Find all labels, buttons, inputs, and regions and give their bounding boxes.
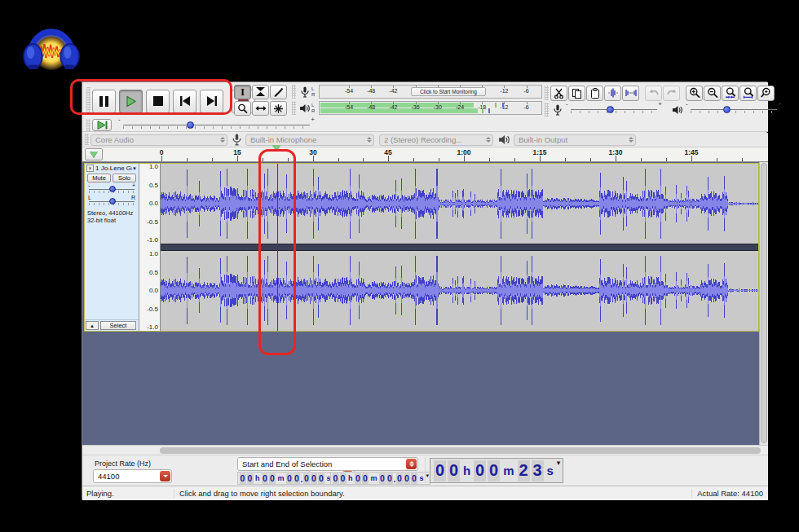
track-menu-arrow-icon[interactable]: ▼ <box>132 166 137 171</box>
undo-button[interactable] <box>645 86 662 101</box>
horizontal-scrollbar[interactable] <box>82 445 768 455</box>
horizontal-scrollbar-thumb[interactable] <box>160 447 761 454</box>
toolbar-grip[interactable] <box>545 86 549 100</box>
time-digit[interactable]: 0 <box>488 460 500 481</box>
toolbar-grip[interactable] <box>545 103 549 117</box>
zoom-in-button[interactable] <box>686 86 703 101</box>
skip-to-end-button[interactable] <box>200 90 223 113</box>
multi-tool-button[interactable] <box>270 101 287 116</box>
time-digit[interactable]: 0 <box>294 473 300 484</box>
pan-thumb[interactable] <box>109 198 116 204</box>
pause-button[interactable] <box>92 90 116 113</box>
time-digit[interactable]: 0 <box>355 473 361 484</box>
waveform-channel-2[interactable] <box>161 251 758 330</box>
project-rate-select[interactable]: 44100 <box>93 469 172 483</box>
recording-volume-thumb[interactable] <box>607 106 614 113</box>
time-digit[interactable]: 3 <box>532 460 544 481</box>
time-digit[interactable]: 0 <box>240 473 246 484</box>
channel-divider[interactable] <box>161 244 758 251</box>
selection-mode-select[interactable]: Start and End of Selection <box>237 457 418 471</box>
redo-button[interactable] <box>663 86 680 101</box>
toolbar-grip[interactable] <box>86 119 90 131</box>
zoom-tool-button[interactable] <box>234 101 251 116</box>
audio-position-display[interactable]: 00h00m23s▾ <box>430 458 563 483</box>
dropdown-caret-icon[interactable]: ▾ <box>426 473 430 479</box>
track-canvas[interactable]: × 1 Jo-Lene Ga ▼ Mute Solo - + L <box>82 162 768 445</box>
copy-button[interactable] <box>568 86 585 101</box>
microphone-icon[interactable] <box>298 86 311 98</box>
time-digit[interactable]: 0 <box>434 460 446 481</box>
toolbar-grip[interactable] <box>292 101 296 115</box>
time-digit[interactable]: 0 <box>404 473 410 484</box>
playback-volume-slider[interactable]: - + <box>684 103 784 116</box>
recording-meter[interactable]: -54-48-42-36-30-24-18-12-60 Click to Sta… <box>319 85 542 99</box>
audio-host-select[interactable]: Core Audio <box>90 134 227 146</box>
playback-device-select[interactable]: Built-in Output <box>514 134 636 146</box>
time-digit[interactable]: 0 <box>474 460 486 481</box>
vertical-scrollbar-thumb[interactable] <box>761 163 767 443</box>
toolbar-grip[interactable] <box>86 87 90 115</box>
trim-audio-button[interactable] <box>604 86 621 101</box>
draw-tool-button[interactable] <box>270 85 287 99</box>
gain-thumb[interactable] <box>109 186 116 192</box>
toolbar-grip[interactable] <box>85 134 89 145</box>
time-digit[interactable]: 0 <box>303 473 310 484</box>
speaker-icon[interactable] <box>298 103 311 113</box>
recording-channels-select[interactable]: 2 (Stereo) Recording... <box>379 134 493 146</box>
recording-device-select[interactable]: Built-in Microphone <box>245 134 374 146</box>
playback-speed-thumb[interactable] <box>187 121 194 129</box>
play-at-speed-button[interactable] <box>92 119 112 131</box>
time-digit[interactable]: 0 <box>411 473 417 484</box>
zoom-out-button[interactable] <box>704 86 721 101</box>
selection-end-field[interactable]: 00h00m00.000s▾ <box>330 472 430 485</box>
playback-volume-thumb[interactable] <box>723 106 731 113</box>
track-close-button[interactable]: × <box>86 165 94 172</box>
fit-project-button[interactable] <box>739 86 757 101</box>
time-digit[interactable]: 0 <box>448 460 460 481</box>
pan-slider[interactable]: L R <box>87 196 136 207</box>
playback-meter[interactable]: -54-48-42-36-30-24-18-12-60 <box>319 101 542 115</box>
recording-volume-slider[interactable]: - + <box>564 103 664 116</box>
vertical-ruler[interactable]: 1.00.50.0-0.5-1.0 1.00.50.0-0.5-1.0 <box>139 164 161 331</box>
waveform-area[interactable] <box>161 164 758 331</box>
time-digit[interactable]: 0 <box>379 473 386 484</box>
collapse-track-button[interactable]: ▲ <box>86 321 99 330</box>
selection-start-field[interactable]: 00h00m00.000s▾ <box>237 472 338 485</box>
vertical-scrollbar[interactable] <box>759 162 768 445</box>
select-track-button[interactable]: Select <box>100 321 136 330</box>
cut-button[interactable] <box>550 86 567 101</box>
time-digit[interactable]: 2 <box>518 460 530 481</box>
playhead-marker-icon[interactable] <box>272 152 280 166</box>
track-title[interactable]: 1 Jo-Lene Ga <box>95 165 132 172</box>
timeline-ruler[interactable]: 01530451:001:151:301:45 <box>82 147 768 162</box>
time-digit[interactable]: 0 <box>333 473 339 484</box>
timeshift-tool-button[interactable] <box>252 101 269 116</box>
play-button[interactable] <box>119 90 143 113</box>
playback-speed-slider[interactable]: - + <box>117 119 316 131</box>
time-digit[interactable]: 0 <box>362 473 369 484</box>
time-digit[interactable]: 0 <box>318 473 324 484</box>
gain-slider[interactable]: - + <box>87 184 136 195</box>
pin-playhead-button[interactable] <box>85 148 103 160</box>
stop-button[interactable] <box>146 90 170 113</box>
dropdown-caret-icon[interactable]: ▾ <box>557 459 561 467</box>
time-digit[interactable]: 0 <box>386 473 393 484</box>
start-monitoring-button[interactable]: Click to Start Monitoring <box>411 87 486 96</box>
time-digit[interactable]: 0 <box>311 473 317 484</box>
silence-audio-button[interactable] <box>622 86 639 101</box>
time-digit[interactable]: 0 <box>286 473 293 484</box>
skip-to-start-button[interactable] <box>173 90 196 113</box>
time-digit[interactable]: 0 <box>340 473 347 484</box>
envelope-tool-button[interactable] <box>252 85 269 99</box>
zoom-toggle-button[interactable] <box>757 86 775 101</box>
time-digit[interactable]: 0 <box>396 473 403 484</box>
paste-button[interactable] <box>586 86 603 101</box>
selection-tool-button[interactable]: I <box>234 85 251 99</box>
fit-selection-button[interactable] <box>722 86 739 101</box>
waveform-channel-1[interactable] <box>161 164 758 244</box>
toolbar-grip[interactable] <box>292 85 296 99</box>
time-digit[interactable]: 0 <box>247 473 254 484</box>
time-digit[interactable]: 0 <box>269 473 276 484</box>
solo-button[interactable]: Solo <box>113 174 136 182</box>
mute-button[interactable]: Mute <box>87 174 111 182</box>
